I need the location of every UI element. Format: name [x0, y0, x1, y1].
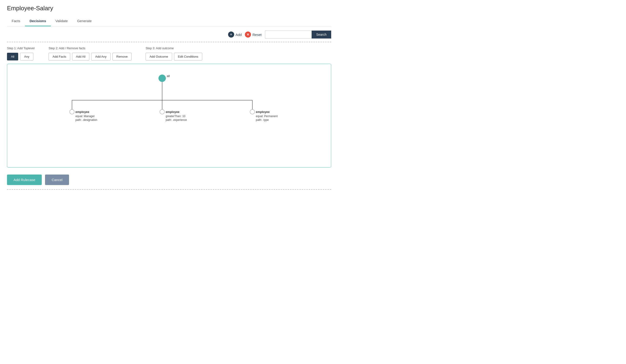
step3-buttons: Add Outcome Edit Conditions: [146, 53, 202, 60]
root-node-label: all: [167, 74, 170, 78]
add-button[interactable]: + Add: [228, 32, 242, 38]
add-label: Add: [235, 33, 242, 37]
page-title: Employee-Salary: [7, 5, 331, 12]
toolbar: + Add ✕ Reset Search: [7, 26, 331, 42]
search-button[interactable]: Search: [312, 31, 331, 39]
reset-button[interactable]: ✕ Reset: [245, 32, 262, 38]
step2-buttons: Add Facts Add All Add Any Remove: [48, 53, 132, 60]
steps-area: Step 1: Add Toplevel All Any Step 2: Add…: [7, 42, 331, 64]
node2-title: employee: [166, 110, 179, 114]
search-container: Search: [265, 31, 331, 39]
step2-label: Step 2: Add / Remove facts: [48, 46, 132, 50]
node1-line2: path: .designation: [75, 118, 97, 121]
node3-line1: equal: Permanent: [256, 115, 278, 118]
page-container: Employee-Salary Facts Decisions Validate…: [0, 0, 338, 194]
add-facts-button[interactable]: Add Facts: [48, 53, 70, 60]
remove-button[interactable]: Remove: [113, 53, 132, 60]
node3-title: employee: [256, 110, 270, 114]
bottom-buttons: Add Rulecase Cancel: [7, 172, 331, 189]
node3-circle[interactable]: [250, 109, 255, 114]
any-button[interactable]: Any: [20, 53, 33, 60]
node2-circle[interactable]: [160, 109, 164, 114]
root-node[interactable]: [158, 75, 166, 82]
tab-validate[interactable]: Validate: [51, 16, 73, 26]
node1-line1: equal: Manager: [75, 115, 95, 118]
bottom-dashed-separator: [7, 189, 331, 190]
node1-circle[interactable]: [70, 109, 75, 114]
step1-buttons: All Any: [7, 53, 35, 60]
node2-line2: path: .experience: [166, 118, 187, 121]
step3-label: Step 3: Add outcome: [146, 46, 202, 50]
step1-label: Step 1: Add Toplevel: [7, 46, 35, 50]
step2: Step 2: Add / Remove facts Add Facts Add…: [48, 46, 132, 60]
step3: Step 3: Add outcome Add Outcome Edit Con…: [146, 46, 202, 60]
tabs-bar: Facts Decisions Validate Generate: [7, 16, 331, 26]
add-outcome-button[interactable]: Add Outcome: [146, 53, 172, 60]
all-button[interactable]: All: [7, 53, 18, 60]
plus-icon: +: [228, 32, 234, 38]
node1-title: employee: [75, 110, 89, 114]
add-rulecase-button[interactable]: Add Rulecase: [7, 174, 42, 185]
add-all-button[interactable]: Add All: [72, 53, 89, 60]
tab-facts[interactable]: Facts: [7, 16, 25, 26]
reset-label: Reset: [252, 33, 262, 37]
step1: Step 1: Add Toplevel All Any: [7, 46, 35, 60]
add-any-button[interactable]: Add Any: [91, 53, 110, 60]
tab-generate[interactable]: Generate: [73, 16, 97, 26]
tab-decisions[interactable]: Decisions: [25, 16, 51, 26]
graph-container: all employee equal: Manager path: .desig…: [7, 64, 331, 167]
cancel-button[interactable]: Cancel: [45, 174, 69, 185]
node3-line2: path: .type: [256, 118, 269, 121]
edit-conditions-button[interactable]: Edit Conditions: [174, 53, 202, 60]
graph-svg: all employee equal: Manager path: .desig…: [7, 64, 331, 167]
node2-line1: greaterThan: 10: [166, 115, 185, 118]
search-input[interactable]: [265, 31, 312, 39]
x-icon: ✕: [245, 32, 251, 38]
